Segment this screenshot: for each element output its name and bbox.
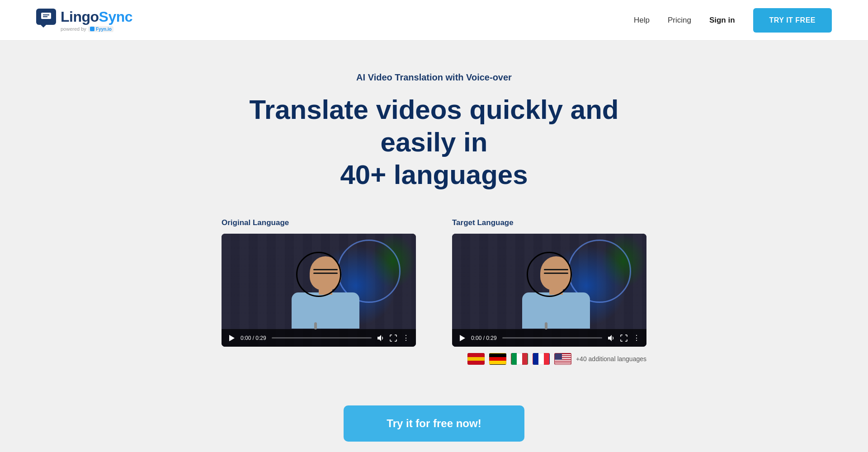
microphone-2 [545,322,547,330]
play-button-2[interactable] [458,334,466,342]
logo-area: LingoSync powered by Fyyn.io [36,9,132,32]
hero-title-line2: 40+ languages [340,160,528,190]
svg-marker-4 [377,335,381,341]
svg-marker-5 [460,335,465,341]
target-label: Target Language [452,218,646,227]
header: LingoSync powered by Fyyn.io Help Pricin… [0,0,868,41]
original-video-player: 0:00 / 0:29 ⋮ [222,234,416,347]
hero-title-line1: Translate videos quickly and easily in [250,94,619,157]
hero-subtitle: AI Video Translation with Voice-over [356,72,512,83]
progress-bar[interactable] [272,337,372,339]
additional-languages-text: +40 additional languages [576,355,646,363]
language-flags-row: +40 additional languages [452,353,646,365]
volume-icon[interactable] [377,334,384,342]
flag-french[interactable] [533,353,550,365]
person-shirt [292,292,359,329]
flag-spanish[interactable] [467,353,485,365]
nav-pricing[interactable]: Pricing [668,16,691,25]
nav: Help Pricing Sign in TRY IT FREE [634,8,832,33]
videos-section: Original Language [222,218,646,387]
us-canton [555,353,562,360]
video-time: 0:00 / 0:29 [241,335,266,341]
powered-dot [90,27,94,31]
fullscreen-icon[interactable] [390,334,397,342]
svg-marker-6 [608,335,612,341]
target-video-player: 0:00 / 0:29 ⋮ [452,234,646,347]
logo-main: LingoSync [36,9,132,25]
powered-by-text: powered by [61,26,86,32]
person-head [310,256,341,290]
hero-title: Translate videos quickly and easily in 4… [231,94,637,191]
logo-powered: powered by Fyyn.io [61,26,113,32]
svg-marker-3 [229,335,235,341]
fullscreen-icon-2[interactable] [620,334,627,342]
cta-try-free-button[interactable]: Try it for free now! [344,405,524,442]
original-label: Original Language [222,218,416,227]
flag-english[interactable] [554,353,571,365]
powered-icon: Fyyn.io [88,26,113,32]
person-head-2 [540,256,572,290]
microphone [314,322,317,330]
video-person-2 [522,256,590,329]
chat-icon [41,12,52,21]
more-options-2[interactable]: ⋮ [633,334,640,342]
more-options[interactable]: ⋮ [402,334,410,342]
powered-brand: Fyyn.io [96,27,112,32]
svg-rect-0 [41,13,51,19]
logo-lingo: Lingo [61,9,99,25]
nav-help[interactable]: Help [634,16,650,25]
play-button[interactable] [228,334,235,342]
nav-signin[interactable]: Sign in [709,16,735,25]
person-shirt-2 [522,292,590,329]
target-video-controls[interactable]: 0:00 / 0:29 ⋮ [452,329,646,347]
logo-sync: Sync [99,9,132,25]
video-person [292,256,359,329]
progress-bar-2[interactable] [502,337,602,339]
video-time-2: 0:00 / 0:29 [471,335,497,341]
try-it-free-button[interactable]: TRY IT FREE [753,8,832,33]
logo-icon [36,9,56,25]
target-video-column: Target Language [452,218,646,387]
original-video-controls[interactable]: 0:00 / 0:29 ⋮ [222,329,416,347]
flag-german[interactable] [489,353,506,365]
original-video-column: Original Language [222,218,416,347]
flag-italian[interactable] [511,353,528,365]
logo-text: LingoSync [61,9,132,25]
hero-section: AI Video Translation with Voice-over Tra… [0,41,868,452]
volume-icon-2[interactable] [608,334,615,342]
